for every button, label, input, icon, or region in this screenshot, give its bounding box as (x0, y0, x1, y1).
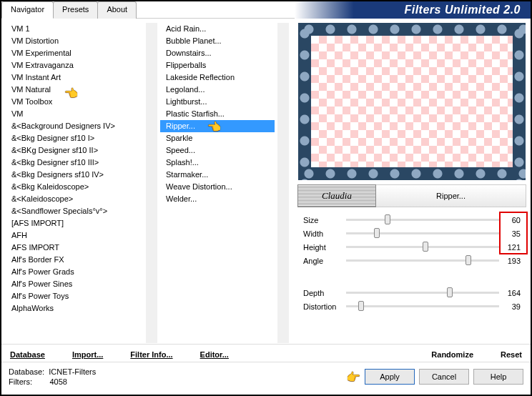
link-database[interactable]: Database (10, 350, 45, 359)
category-item[interactable]: AlphaWorks (6, 302, 143, 315)
param-row: Depth164 (297, 286, 526, 300)
param-slider[interactable] (346, 305, 499, 307)
param-row: Width35 (297, 227, 526, 240)
category-item[interactable]: VM (6, 108, 143, 120)
filter-item[interactable]: Starmaker... (160, 169, 275, 181)
link-editor[interactable]: Editor... (200, 350, 229, 359)
category-item[interactable]: &<BKg Designer sf10 II> (6, 144, 143, 157)
link-randomize[interactable]: Randomize (431, 350, 473, 359)
category-item[interactable]: VM Experimental (6, 47, 143, 59)
param-group-2: Depth164Distortion39 (297, 286, 526, 313)
filter-list[interactable]: Acid Rain...Bubble Planet...Downstairs..… (160, 23, 275, 343)
filter-item[interactable]: Lightburst... (160, 96, 275, 108)
tab-presets[interactable]: Presets (53, 1, 98, 19)
pointer-hand-icon: 👉 (346, 370, 360, 384)
param-label: Size (297, 216, 340, 224)
category-item[interactable]: &<Bkg Designer sf10 I> (6, 132, 143, 144)
param-value: 164 (505, 289, 526, 297)
filter-item[interactable]: Lakeside Reflection (160, 71, 275, 84)
param-slider[interactable] (346, 232, 499, 234)
category-item[interactable]: [AFS IMPORT] (6, 217, 143, 229)
param-value: 60 (505, 216, 526, 224)
param-slider[interactable] (346, 259, 499, 262)
category-item[interactable]: Alf's Power Toys (6, 290, 143, 302)
preview-image (298, 23, 526, 180)
filter-item[interactable]: Weave Distortion... (160, 181, 275, 193)
param-value: 39 (505, 302, 526, 311)
category-item[interactable]: Alf's Power Sines (6, 278, 143, 290)
filter-item[interactable]: Sparkle (160, 132, 275, 144)
link-filter-info[interactable]: Filter Info... (130, 350, 172, 359)
apply-button[interactable]: Apply (365, 369, 415, 385)
param-label: Distortion (297, 302, 340, 311)
scrollbar[interactable] (277, 23, 289, 343)
scrollbar[interactable] (146, 23, 157, 343)
param-slider[interactable] (346, 292, 499, 294)
filter-item[interactable]: Welder... (160, 193, 275, 205)
filter-item[interactable]: Ripper... (160, 120, 275, 132)
category-list[interactable]: VM 1VM DistortionVM ExperimentalVM Extra… (6, 23, 143, 343)
filter-item[interactable]: Legoland... (160, 84, 275, 96)
filter-item[interactable]: Flipperballs (160, 59, 275, 71)
param-label: Angle (297, 257, 340, 265)
category-item[interactable]: AFS IMPORT (6, 242, 143, 254)
param-group-1: Size60Width35Height121Angle193 (297, 213, 526, 267)
param-slider[interactable] (346, 219, 499, 221)
category-item[interactable]: &<Sandflower Specials°v°> (6, 205, 143, 217)
param-value: 193 (505, 257, 526, 265)
param-row: Distortion39 (297, 300, 526, 313)
link-import[interactable]: Import... (72, 350, 103, 359)
filter-item[interactable]: Speed... (160, 144, 275, 157)
category-item[interactable]: VM Toolbox (6, 96, 143, 108)
filter-title: Ripper... (376, 184, 526, 207)
category-item[interactable]: &<Bkg Kaleidoscope> (6, 181, 143, 193)
category-item[interactable]: Alf's Power Grads (6, 266, 143, 278)
filter-item[interactable]: Acid Rain... (160, 23, 275, 35)
banner-title: Filters Unlimited 2.0 (295, 1, 531, 19)
category-item[interactable]: Alf's Border FX (6, 254, 143, 266)
category-item[interactable]: VM Instant Art (6, 71, 143, 84)
footer-info: Database: ICNET-Filters Filters: 4058 (9, 367, 342, 387)
category-item[interactable]: VM Distortion (6, 35, 143, 47)
category-item[interactable]: AFH (6, 229, 143, 242)
filter-item[interactable]: Plastic Starfish... (160, 108, 275, 120)
category-item[interactable]: &<Kaleidoscope> (6, 193, 143, 205)
param-row: Size60 (297, 213, 526, 227)
filter-item[interactable]: Bubble Planet... (160, 35, 275, 47)
filter-item[interactable]: Splash!... (160, 157, 275, 169)
cancel-button[interactable]: Cancel (419, 369, 469, 385)
filter-item[interactable]: Downstairs... (160, 47, 275, 59)
param-slider[interactable] (346, 246, 499, 248)
param-row: Height121 (297, 240, 526, 254)
param-value: 121 (505, 243, 526, 252)
category-item[interactable]: &<Bkg Designer sf10 III> (6, 157, 143, 169)
logo-badge: Claudia (297, 184, 376, 207)
category-item[interactable]: VM Extravaganza (6, 59, 143, 71)
category-item[interactable]: VM 1 (6, 23, 143, 35)
tab-navigator[interactable]: Navigator (1, 1, 54, 19)
category-item[interactable]: &<Bkg Designers sf10 IV> (6, 169, 143, 181)
category-item[interactable]: &<Background Designers IV> (6, 120, 143, 132)
param-label: Height (297, 243, 340, 252)
param-label: Width (297, 229, 340, 238)
category-item[interactable]: VM Natural (6, 84, 143, 96)
tab-about[interactable]: About (97, 1, 137, 19)
help-button[interactable]: Help (473, 369, 523, 385)
param-row: Angle193 (297, 254, 526, 267)
link-reset[interactable]: Reset (501, 350, 522, 359)
param-label: Depth (297, 289, 340, 297)
param-value: 35 (505, 229, 526, 238)
